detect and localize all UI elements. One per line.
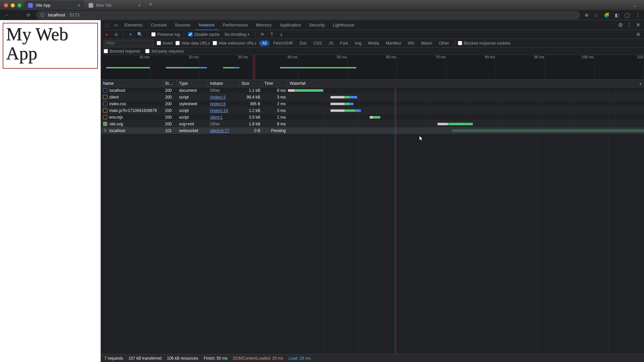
zoom-icon[interactable]: ⊕ (585, 12, 589, 18)
favicon-icon (89, 3, 93, 8)
hide-data-urls-checkbox[interactable]: Hide data URLs (175, 41, 210, 46)
tab-overflow-button[interactable]: ⌄ (629, 3, 641, 10)
devtools-close-icon[interactable]: ✕ (634, 22, 642, 28)
initiator-link[interactable]: client:1 (210, 115, 223, 120)
inspect-element-icon[interactable]: ⬚ (103, 22, 111, 27)
import-har-icon[interactable]: ⤒ (269, 32, 275, 37)
request-size: 0 B (239, 127, 262, 134)
invert-checkbox[interactable]: Invert (157, 41, 173, 46)
back-button[interactable]: ← (4, 12, 10, 18)
forward-button[interactable]: → (15, 12, 21, 18)
devtools-tab-security[interactable]: Security (305, 20, 329, 30)
network-table-body[interactable]: localhost200documentOther1.1 kB8 msclien… (101, 87, 644, 354)
record-button[interactable]: ● (104, 32, 110, 37)
filter-type-all[interactable]: All (259, 40, 269, 46)
export-har-icon[interactable]: ⤓ (278, 32, 284, 37)
devtools-tab-console[interactable]: Console (147, 20, 171, 30)
new-tab-button[interactable]: + (145, 1, 157, 10)
device-toolbar-icon[interactable]: ▭ (112, 22, 120, 27)
third-party-requests-checkbox[interactable]: 3rd-party requests (145, 49, 184, 54)
network-settings-icon[interactable]: ⚙ (635, 32, 641, 37)
toolbar-right: ⊕ ☆ 🧩 ◧ ◯ ⋮ (585, 12, 640, 18)
browser-tab[interactable]: Vite App× (24, 1, 85, 10)
close-tab-icon[interactable]: × (78, 3, 80, 8)
request-waterfall (288, 87, 644, 94)
filter-toggle-icon[interactable]: ▾ (127, 32, 133, 37)
network-overview[interactable]: 10 ms20 ms30 ms40 ms50 ms60 ms70 ms80 ms… (101, 55, 644, 80)
devtools-tab-performance[interactable]: Performance (219, 20, 252, 30)
initiator-link[interactable]: (index):19 (210, 108, 228, 113)
devtools-tab-memory[interactable]: Memory (252, 20, 276, 30)
url-field[interactable]: ⓘ localhost:5173 (36, 11, 580, 19)
blocked-response-cookies-checkbox[interactable]: Blocked response cookies (458, 41, 511, 46)
col-time[interactable]: Time (262, 80, 288, 87)
network-request-row[interactable]: vite.svg200svg+xmlOther1.8 kB8 ms (101, 121, 644, 127)
menu-icon[interactable]: ⋮ (635, 12, 640, 18)
file-icon (103, 115, 107, 119)
status-load: Load: 29 ms (288, 356, 311, 361)
filter-type-manifest[interactable]: Manifest (383, 40, 404, 46)
network-request-row[interactable]: ⇅localhost101websocketclient.ts:770 BPen… (101, 127, 644, 134)
filter-type-img[interactable]: Img (352, 40, 365, 46)
maximize-window-button[interactable] (17, 3, 21, 7)
browser-chrome: Vite App×New Tab× + ⌄ ← → ⟳ ⓘ localhost:… (0, 0, 644, 20)
throttling-select[interactable]: No throttling▾ (223, 32, 251, 37)
close-tab-icon[interactable]: × (138, 3, 141, 8)
file-icon (103, 108, 107, 113)
close-window-button[interactable] (4, 3, 8, 7)
disable-cache-checkbox[interactable]: Disable cache (188, 32, 219, 37)
devtools-tab-sources[interactable]: Sources (171, 20, 195, 30)
side-panel-icon[interactable]: ◧ (615, 12, 619, 18)
filter-type-font[interactable]: Font (337, 40, 351, 46)
browser-tab[interactable]: New Tab× (85, 1, 145, 10)
col-name[interactable]: Name (101, 80, 163, 87)
network-request-row[interactable]: main.js?t=1710941828679200script(index):… (101, 107, 644, 114)
filter-type-doc[interactable]: Doc (297, 40, 310, 46)
network-request-row[interactable]: client200script(index):399.4 kB3 ms (101, 94, 644, 101)
col-size[interactable]: Size (239, 80, 262, 87)
network-request-row[interactable]: env.mjs200scriptclient:13.5 kB1 ms (101, 114, 644, 121)
filter-type-css[interactable]: CSS (311, 40, 325, 46)
initiator-link[interactable]: (index):3 (210, 95, 226, 100)
initiator-link[interactable]: (index):6 (210, 102, 226, 106)
url-host: localhost (48, 12, 65, 17)
network-conditions-icon[interactable]: ⟳ (259, 32, 265, 37)
extensions-icon[interactable]: 🧩 (604, 12, 609, 18)
bookmark-icon[interactable]: ☆ (594, 12, 598, 18)
col-waterfall[interactable]: Waterfall▲ (288, 80, 644, 87)
filter-type-ws[interactable]: WS (405, 40, 417, 46)
profile-icon[interactable]: ◯ (625, 12, 630, 18)
filter-type-wasm[interactable]: Wasm (418, 40, 435, 46)
page-heading: My Web App (6, 25, 95, 63)
search-icon[interactable]: 🔍 (137, 32, 143, 37)
devtools-tab-application[interactable]: Application (276, 20, 305, 30)
col-initiator[interactable]: Initiator (208, 80, 239, 87)
request-time: 3 ms (262, 107, 288, 114)
col-type[interactable]: Type (177, 80, 208, 87)
devtools-more-icon[interactable]: ⋮ (625, 22, 633, 28)
filter-type-js[interactable]: JS (326, 40, 336, 46)
file-icon (103, 102, 107, 106)
filter-input[interactable] (104, 40, 154, 47)
site-info-icon[interactable]: ⓘ (40, 12, 45, 18)
initiator-link[interactable]: client.ts:77 (210, 128, 229, 133)
devtools-tab-lighthouse[interactable]: Lighthouse (329, 20, 358, 30)
hide-extension-urls-checkbox[interactable]: Hide extension URLs (213, 41, 257, 46)
reload-button[interactable]: ⟳ (25, 12, 32, 18)
clear-button[interactable]: ⊘ (113, 32, 119, 37)
preserve-log-checkbox[interactable]: Preserve log (151, 32, 180, 37)
network-request-row[interactable]: localhost200documentOther1.1 kB8 ms (101, 87, 644, 94)
filter-type-other[interactable]: Other (436, 40, 452, 46)
request-type: document (177, 87, 208, 94)
devtools-tab-network[interactable]: Network (195, 20, 219, 30)
tab-title: Vite App (36, 3, 50, 8)
devtools-settings-icon[interactable]: ⚙ (616, 22, 625, 28)
filter-type-media[interactable]: Media (365, 40, 382, 46)
request-waterfall (288, 94, 644, 101)
blocked-requests-checkbox[interactable]: Blocked requests (104, 49, 141, 54)
filter-type-fetchxhr[interactable]: Fetch/XHR (270, 40, 296, 46)
devtools-tab-elements[interactable]: Elements (120, 20, 147, 30)
col-status[interactable]: Stat… (163, 80, 177, 87)
network-request-row[interactable]: index.css200stylesheet(index):6395 B2 ms (101, 101, 644, 107)
minimize-window-button[interactable] (11, 3, 15, 7)
